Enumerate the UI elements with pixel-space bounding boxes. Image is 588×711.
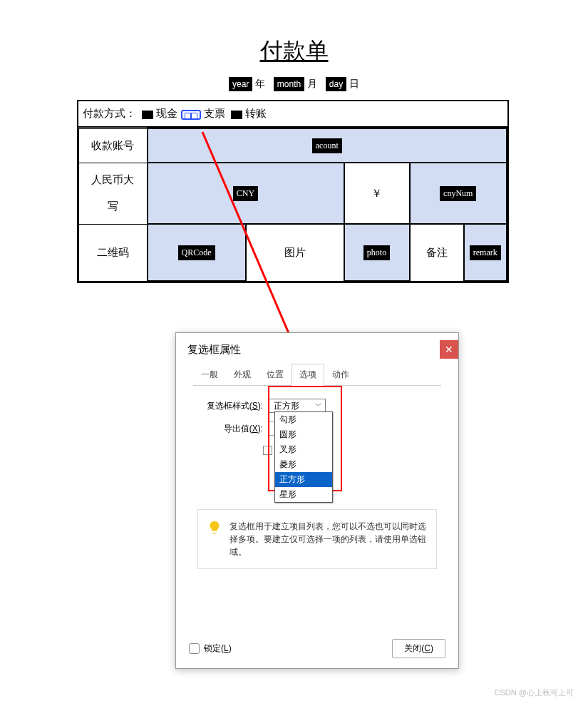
export-label-key: X [252, 424, 258, 434]
lock-post: ) [229, 643, 232, 653]
style-label-key: S [252, 401, 258, 411]
cny-cell[interactable]: CNY [148, 163, 344, 224]
checkbox-cash[interactable] [142, 111, 153, 119]
month-field[interactable]: month [274, 77, 304, 91]
checkbox-properties-dialog: 复选框属性 ✕ 一般 外观 位置 选项 动作 复选框样式(S): 正方形 ﹀ 导… [175, 332, 459, 669]
opt-cheque: 支票 [204, 108, 225, 119]
opt-transfer: 转账 [245, 108, 267, 119]
dialog-header: 复选框属性 ✕ [176, 333, 458, 364]
rmb-label-1: 人民币大 [79, 173, 147, 187]
lock-key: L [224, 643, 229, 653]
dialog-footer: 锁定(L) 关闭(C) [189, 639, 445, 658]
style-label-pre: 复选框样式( [207, 401, 252, 411]
style-value: 正方形 [274, 400, 299, 412]
photo-field: photo [363, 245, 390, 260]
lock-checkbox[interactable] [189, 643, 200, 654]
export-label-pre: 导出值( [224, 424, 252, 434]
year-suffix: 年 [255, 78, 265, 89]
style-label-post: ): [258, 401, 263, 411]
style-label: 复选框样式(S): [197, 400, 269, 412]
dialog-title: 复选框属性 [187, 343, 241, 355]
close-post: ) [430, 643, 433, 653]
default-checked-checkbox[interactable] [263, 446, 272, 455]
close-icon: ✕ [445, 344, 453, 355]
dd-option-1[interactable]: 圆形 [275, 427, 332, 442]
remark-label: 备注 [410, 224, 464, 281]
export-label-post: ): [258, 424, 263, 434]
rmb-label: 人民币大 写 [79, 163, 148, 224]
dd-option-5[interactable]: 星形 [275, 487, 332, 502]
remark-field: remark [470, 245, 501, 260]
page-title: 付款单 [0, 36, 588, 67]
style-dropdown-list: 勾形 圆形 叉形 菱形 正方形 星形 [274, 411, 333, 503]
rmb-label-2: 写 [79, 200, 147, 213]
chevron-down-icon: ﹀ [315, 401, 322, 411]
lock-row: 锁定(L) [189, 643, 232, 655]
pay-label: 付款方式： [83, 108, 136, 119]
lock-pre: 锁定( [204, 643, 224, 653]
style-row: 复选框样式(S): 正方形 ﹀ [197, 399, 437, 413]
qrcode-label: 二维码 [79, 224, 148, 281]
tab-position[interactable]: 位置 [259, 364, 292, 386]
qrcode-cell[interactable]: QRCode [148, 224, 246, 281]
dialog-body: 复选框样式(S): 正方形 ﹀ 导出值(X): 认为已选中(D) 勾形 圆形 叉… [176, 386, 458, 582]
close-dialog-button[interactable]: 关闭(C) [392, 639, 445, 658]
day-field[interactable]: day [326, 77, 346, 91]
date-row: year 年 month 月 day 日 [0, 77, 588, 91]
close-key: C [424, 643, 430, 653]
lightbulb-icon [207, 520, 222, 536]
close-pre: 关闭( [404, 643, 424, 653]
dd-option-4[interactable]: 正方形 [275, 472, 332, 487]
pay-method-row: 付款方式： 现金 支票 转账 [78, 101, 507, 128]
hint-box: 复选框用于建立项目列表，您可以不选也可以同时选择多项。要建立仅可选择一项的列表，… [197, 509, 437, 569]
form-container: 付款方式： 现金 支票 转账 收款账号 acount 人民币大 写 CNY ￥ … [77, 100, 509, 283]
watermark: CSDN @心上秋可上可 [495, 687, 574, 698]
form-table: 收款账号 acount 人民币大 写 CNY ￥ cnyNum 二维码 QRCo… [78, 128, 507, 282]
tab-bar: 一般 外观 位置 选项 动作 [193, 364, 441, 386]
dd-option-2[interactable]: 叉形 [275, 442, 332, 457]
pic-label: 图片 [246, 224, 344, 281]
opt-cash: 现金 [156, 108, 177, 119]
account-cell[interactable]: acount [148, 128, 507, 163]
dd-option-0[interactable]: 勾形 [275, 412, 332, 427]
export-label: 导出值(X): [197, 423, 269, 435]
cnynum-cell[interactable]: cnyNum [410, 163, 507, 224]
dd-option-3[interactable]: 菱形 [275, 457, 332, 472]
cnynum-field: cnyNum [440, 186, 476, 201]
photo-cell[interactable]: photo [344, 224, 410, 281]
remark-cell[interactable]: remark [464, 224, 507, 281]
style-select[interactable]: 正方形 ﹀ [269, 399, 326, 413]
tab-appearance[interactable]: 外观 [226, 364, 259, 386]
hint-text: 复选框用于建立项目列表，您可以不选也可以同时选择多项。要建立仅可选择一项的列表，… [229, 520, 428, 558]
close-button[interactable]: ✕ [440, 340, 458, 359]
tab-general[interactable]: 一般 [193, 364, 226, 386]
month-suffix: 月 [307, 78, 317, 89]
currency-symbol: ￥ [344, 163, 410, 224]
tab-actions[interactable]: 动作 [324, 364, 357, 386]
cny-field: CNY [233, 186, 258, 201]
qrcode-field: QRCode [178, 245, 215, 260]
checkbox-transfer[interactable] [231, 111, 242, 119]
account-label: 收款账号 [79, 128, 148, 163]
account-field: acount [312, 138, 342, 153]
day-suffix: 日 [349, 78, 359, 89]
tab-options[interactable]: 选项 [292, 364, 324, 386]
lock-label: 锁定(L) [204, 643, 232, 655]
year-field[interactable]: year [229, 77, 252, 91]
checkbox-cheque-selected[interactable] [181, 110, 201, 120]
